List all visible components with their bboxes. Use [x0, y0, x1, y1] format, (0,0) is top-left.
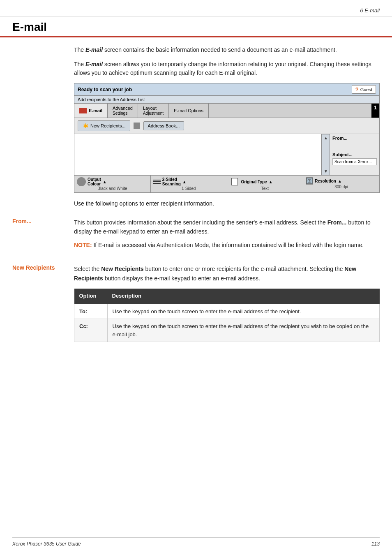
ui-original-label: Original Type — [241, 180, 267, 184]
from-section-content: This button provides information about t… — [74, 218, 380, 253]
ui-new-recipients-button[interactable]: ✱ New Recipients... — [78, 120, 130, 131]
intro-para-2: The E-mail screen allows you to temporar… — [74, 60, 380, 77]
new-recipients-para-1: Select the New Recipients button to ente… — [74, 264, 380, 283]
ui-original-value: Text — [261, 186, 269, 191]
ui-tab-number: 1 — [371, 104, 379, 118]
page-footer: Xerox Phaser 3635 User Guide 113 — [12, 537, 380, 547]
ui-tab-email-options[interactable]: E-mail Options — [169, 104, 209, 118]
ui-original-top: Original Type ▲ — [230, 177, 301, 186]
table-header-option: Option — [74, 289, 107, 304]
ui-small-square-icon — [134, 123, 140, 129]
page-header: 6 E-mail — [0, 0, 392, 16]
ui-address-book-button[interactable]: Address Book... — [143, 121, 184, 130]
ui-tab-layout[interactable]: LayoutAdjustment — [138, 104, 169, 118]
ui-tab-email[interactable]: E-mail — [74, 104, 108, 118]
intro-em-2: E-mail — [85, 61, 103, 67]
ui-bottom-row: OutputColour ▲ Black and White 2-SidedSc… — [74, 175, 379, 192]
ui-subject-label[interactable]: Subject... — [332, 152, 377, 157]
ui-output-value: Black and White — [97, 186, 127, 191]
email-tab-icon — [79, 108, 87, 113]
from-section-label: From... — [12, 218, 74, 253]
ui-tab-advanced[interactable]: AdvancedSettings — [108, 104, 138, 118]
2sided-arrow-icon: ▲ — [182, 180, 187, 184]
ui-original-type-cell[interactable]: Original Type ▲ Text — [227, 176, 304, 192]
question-icon: ? — [355, 86, 359, 92]
resolution-arrow-icon: ▲ — [338, 179, 342, 183]
ui-2sided-value: 1-Sided — [182, 186, 196, 191]
original-type-icon — [231, 178, 238, 185]
section-new-recipients: New Recipients Select the New Recipients… — [74, 264, 380, 342]
ui-resolution-cell[interactable]: Resolution ▲ 300 dpi — [303, 176, 379, 192]
follow-text: Use the following options to enter recip… — [74, 199, 380, 208]
page-title: E-mail — [12, 21, 380, 36]
chapter-label: 6 E-mail — [360, 7, 380, 14]
2sided-icon — [153, 180, 161, 184]
note-label: NOTE: — [74, 242, 92, 248]
ui-output-top: OutputColour ▲ — [77, 177, 148, 186]
new-recipients-section-content: Select the New Recipients button to ente… — [74, 264, 380, 342]
section-from: From... This button provides information… — [74, 218, 380, 253]
scroll-up-arrow[interactable]: ▲ — [324, 136, 328, 140]
ui-output-label: OutputColour — [88, 177, 101, 186]
ui-screenshot: Ready to scan your job ? Guest Add recip… — [74, 83, 380, 193]
from-para-1: This button provides information about t… — [74, 218, 380, 236]
footer-right: 113 — [371, 541, 380, 547]
ui-tab-layout-label: LayoutAdjustment — [143, 106, 164, 116]
from-note: NOTE: If E-mail is accessed via Authenti… — [74, 240, 380, 250]
svg-point-2 — [309, 180, 310, 182]
ui-scan-from-label[interactable]: Scan from a Xerox... — [332, 158, 377, 165]
ui-output-colour-cell[interactable]: OutputColour ▲ Black and White — [74, 176, 151, 192]
original-arrow-icon: ▲ — [269, 180, 273, 184]
ui-top-bar: Ready to scan your job ? Guest — [74, 83, 379, 96]
ui-buttons-row: ✱ New Recipients... Address Book... — [74, 118, 379, 134]
ui-2sided-top: 2-SidedScanning ▲ — [153, 177, 224, 186]
ui-scroll-control[interactable]: ▲ ▼ — [322, 134, 330, 175]
footer-left: Xerox Phaser 3635 User Guide — [12, 541, 81, 547]
ui-tabs-row: E-mail AdvancedSettings LayoutAdjustment… — [74, 104, 379, 118]
intro-para-1: The E-mail screen contains the basic inf… — [74, 46, 380, 54]
intro-em-1: E-mail — [85, 46, 103, 53]
ui-address-label: Add recipients to the Address List — [78, 97, 145, 102]
title-section: E-mail — [0, 16, 392, 37]
ui-right-panel: From... Subject... Scan from a Xerox... — [330, 134, 379, 175]
ui-status-text: Ready to scan your job — [78, 87, 132, 92]
ui-resolution-label: Resolution — [315, 179, 336, 183]
ui-tab-options-label: E-mail Options — [174, 108, 203, 113]
table-row: Cc: Use the keypad on the touch screen t… — [74, 319, 380, 342]
table-row: To: Use the keypad on the touch screen t… — [74, 304, 380, 319]
ui-2sided-cell[interactable]: 2-SidedScanning ▲ 1-Sided — [151, 176, 227, 192]
table-cell-cc-desc: Use the keypad on the touch screen to en… — [107, 319, 380, 342]
ui-main-area: ▲ ▼ From... Subject... Scan from a Xerox… — [74, 134, 379, 175]
ui-tab-advanced-label: AdvancedSettings — [113, 106, 133, 116]
scroll-down-arrow[interactable]: ▼ — [324, 169, 328, 173]
table-cell-to: To: — [74, 304, 107, 319]
ui-guest-label: Guest — [360, 87, 372, 92]
note-text: If E-mail is accessed via Authentication… — [93, 242, 364, 248]
resolution-icon — [306, 177, 313, 185]
ui-tab-email-label: E-mail — [89, 108, 102, 113]
table-header-description: Description — [107, 289, 380, 304]
ui-new-recipients-label: New Recipients... — [90, 123, 126, 128]
ui-resolution-value: 300 dpi — [334, 185, 348, 189]
ui-address-book-label: Address Book... — [148, 123, 180, 128]
ui-2sided-label: 2-SidedScanning — [162, 177, 181, 186]
ui-guest-button[interactable]: ? Guest — [352, 85, 376, 94]
table-cell-to-desc: Use the keypad on the touch screen to en… — [107, 304, 380, 319]
output-colour-icon — [77, 177, 86, 186]
new-recipients-section-label: New Recipients — [12, 264, 74, 342]
new-recipients-table: Option Description To: Use the keypad on… — [74, 289, 380, 342]
star-icon: ✱ — [82, 123, 89, 129]
ui-address-bar: Add recipients to the Address List — [74, 96, 379, 104]
main-content: The E-mail screen contains the basic inf… — [0, 46, 392, 366]
ui-resolution-top: Resolution ▲ — [306, 177, 377, 185]
ui-from-button[interactable]: From... — [332, 136, 377, 141]
output-arrow-icon: ▲ — [103, 180, 107, 184]
ui-recipients-text-area[interactable] — [74, 134, 322, 175]
table-cell-cc: Cc: — [74, 319, 107, 342]
table-header-row: Option Description — [74, 289, 380, 304]
